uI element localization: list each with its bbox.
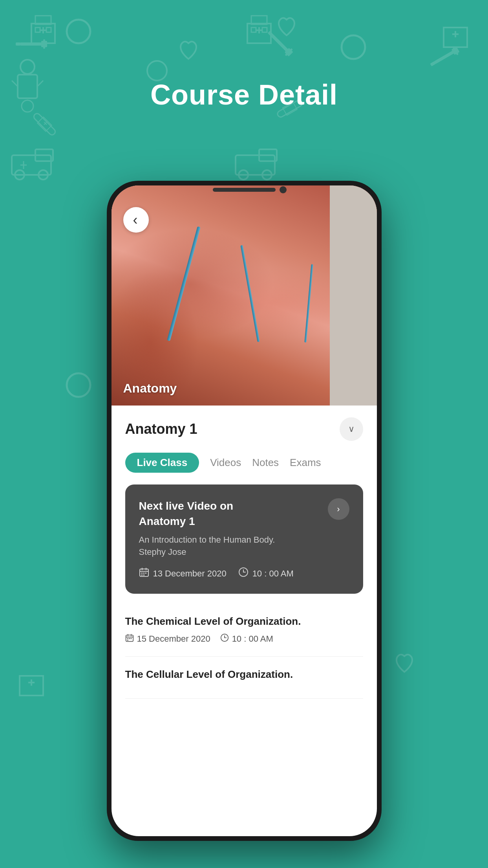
svg-rect-30	[12, 155, 51, 175]
svg-rect-17	[46, 28, 51, 32]
chevron-down-button[interactable]: ∨	[340, 417, 363, 441]
page-title: Course Detail	[0, 79, 488, 111]
svg-rect-20	[35, 16, 51, 24]
svg-rect-1	[41, 41, 47, 47]
svg-rect-33	[35, 149, 53, 161]
svg-rect-6	[285, 48, 293, 56]
svg-rect-63	[141, 573, 143, 574]
card-arrow-button[interactable]: ›	[328, 498, 349, 520]
svg-rect-54	[37, 117, 52, 132]
session-1-time: 10 : 00 AM	[220, 633, 273, 644]
live-card-subtitle: An Introduction to the Human Body.	[139, 535, 349, 545]
svg-rect-5	[285, 48, 293, 57]
live-card-instructor: Stephy Jose	[139, 547, 349, 557]
live-card-date: 13 December 2020	[139, 567, 227, 580]
svg-rect-11	[430, 61, 435, 66]
live-card-time: 10 : 00 AM	[238, 567, 294, 580]
svg-point-13	[342, 35, 365, 59]
svg-rect-19	[42, 27, 44, 33]
session-1-title: The Chemical Level of Organization.	[125, 615, 363, 628]
clock-icon-2	[220, 633, 229, 644]
session-1-date-text: 15 December 2020	[137, 634, 210, 644]
live-card-date-text: 13 December 2020	[153, 569, 227, 579]
content-area: Anatomy 1 ∨ Live Class Videos Notes Exam…	[111, 406, 377, 710]
svg-rect-24	[256, 29, 262, 31]
phone-camera	[280, 186, 287, 193]
svg-rect-77	[130, 638, 132, 639]
tab-notes[interactable]: Notes	[252, 453, 279, 472]
phone-frame: ‹ Anatomy Anatomy 1 ∨ Live Class Videos …	[107, 181, 382, 841]
course-title: Anatomy 1	[125, 421, 197, 437]
chevron-down-icon: ∨	[348, 424, 355, 434]
svg-rect-2	[43, 39, 45, 49]
svg-rect-27	[444, 28, 467, 47]
live-card-meta: 13 December 2020 10 : 00 AM	[139, 567, 349, 580]
svg-rect-64	[143, 573, 144, 574]
svg-line-55	[44, 122, 47, 125]
back-icon: ‹	[133, 212, 138, 228]
svg-rect-45	[20, 676, 43, 696]
svg-point-32	[38, 170, 48, 180]
svg-point-37	[239, 170, 248, 180]
svg-rect-28	[452, 33, 459, 35]
calendar-icon-2	[125, 633, 134, 644]
session-item-2: The Cellular Level of Organization.	[125, 657, 363, 699]
hero-label: Anatomy	[123, 381, 177, 396]
session-1-date: 15 December 2020	[125, 633, 210, 644]
svg-rect-18	[40, 29, 46, 31]
back-button[interactable]: ‹	[123, 207, 149, 233]
tabs-row: Live Class Videos Notes Exams	[125, 453, 363, 473]
svg-point-40	[20, 60, 35, 74]
svg-rect-23	[262, 28, 267, 32]
svg-rect-3	[16, 42, 20, 46]
calendar-icon	[139, 567, 149, 580]
session-1-meta: 15 December 2020 10 : 00 AM	[125, 633, 363, 644]
svg-rect-22	[251, 28, 256, 32]
svg-point-38	[262, 170, 272, 180]
svg-rect-15	[31, 24, 55, 43]
tab-exams[interactable]: Exams	[290, 453, 321, 472]
hero-image: ‹ Anatomy	[111, 185, 377, 406]
arrow-right-icon: ›	[337, 504, 340, 514]
session-item-1: The Chemical Level of Organization.	[125, 604, 363, 657]
svg-rect-7	[268, 31, 273, 37]
svg-point-31	[15, 170, 24, 180]
svg-rect-29	[455, 31, 456, 37]
clock-icon	[238, 567, 249, 580]
phone-notch	[213, 188, 276, 192]
svg-rect-26	[251, 16, 267, 24]
svg-rect-8	[433, 50, 455, 64]
svg-rect-76	[129, 638, 130, 639]
svg-point-12	[67, 20, 90, 43]
svg-rect-47	[31, 679, 32, 686]
svg-rect-65	[145, 573, 146, 574]
live-card-time-text: 10 : 00 AM	[252, 569, 294, 579]
session-1-time-text: 10 : 00 AM	[232, 634, 273, 644]
svg-rect-78	[127, 640, 128, 641]
svg-rect-25	[258, 27, 260, 33]
svg-rect-53	[33, 112, 57, 136]
session-2-title: The Cellular Level of Organization.	[125, 668, 363, 681]
svg-rect-66	[141, 574, 143, 576]
svg-rect-4	[271, 34, 289, 53]
hero-gray-area	[330, 185, 377, 406]
phone-screen: ‹ Anatomy Anatomy 1 ∨ Live Class Videos …	[111, 185, 377, 836]
svg-rect-39	[259, 149, 277, 161]
live-card-title: Next live Video onAnatomy 1	[139, 498, 349, 529]
svg-rect-46	[28, 682, 35, 683]
svg-point-14	[147, 61, 167, 81]
live-video-card: › Next live Video onAnatomy 1 An Introdu…	[125, 484, 363, 594]
svg-line-56	[44, 122, 47, 125]
tab-live-class[interactable]: Live Class	[125, 453, 199, 473]
svg-rect-36	[236, 155, 275, 175]
svg-rect-10	[452, 46, 459, 55]
svg-rect-67	[143, 574, 144, 576]
svg-rect-9	[451, 46, 460, 55]
tab-videos[interactable]: Videos	[210, 453, 241, 472]
svg-rect-16	[35, 28, 40, 32]
course-title-row: Anatomy 1 ∨	[125, 417, 363, 441]
svg-rect-0	[20, 42, 43, 46]
svg-point-51	[67, 373, 90, 397]
svg-rect-21	[247, 24, 271, 43]
svg-rect-75	[127, 638, 128, 639]
